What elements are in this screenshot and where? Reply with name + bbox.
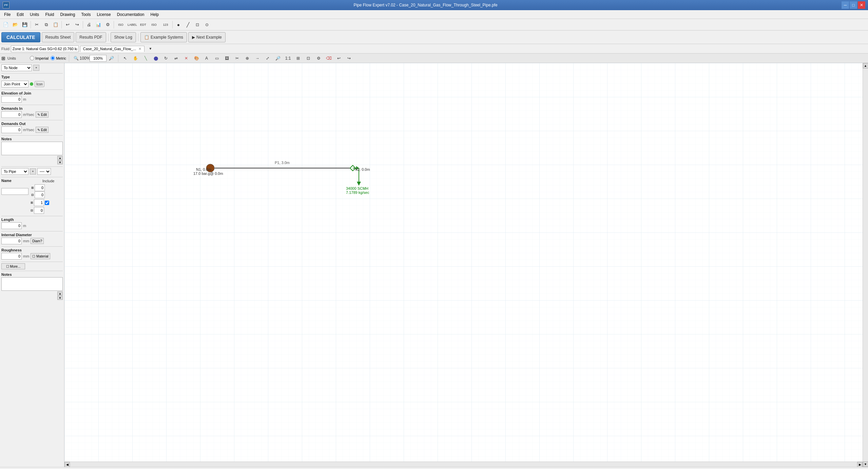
to-pipe-add-button[interactable]: + [30,168,36,175]
to-node-select[interactable]: To Node [1,64,32,71]
menu-file[interactable]: File [1,12,13,18]
select-tool-button[interactable]: ↖ [121,54,129,62]
zoom-fit-button[interactable]: ⤢ [264,54,272,62]
settings-button[interactable]: ⚙ [103,20,112,29]
new-button[interactable]: 📄 [1,20,10,29]
maximize-button[interactable]: □ [850,1,857,9]
erase-button[interactable]: ⌫ [325,54,333,62]
zoom-in-button[interactable]: 🔍 [72,54,80,62]
hscroll-left-button[interactable]: ◀ [64,462,70,467]
menu-drawing[interactable]: Drawing [57,12,78,18]
open-button[interactable]: 📂 [11,20,20,29]
notes2-scroll-up[interactable]: ▲ [57,291,63,295]
metric-radio[interactable] [51,56,55,60]
num-btn[interactable]: 123 [160,20,171,29]
color-button[interactable]: 🎨 [192,54,200,62]
tools2-button[interactable]: ⚙ [314,54,323,62]
edit-btn-tb[interactable]: EDT [138,20,148,29]
cut-button[interactable]: ✂ [32,20,41,29]
menu-fluid[interactable]: Fluid [42,12,57,18]
material-button[interactable]: ☐ Material [31,253,50,259]
print-button[interactable]: 🖨 [84,20,93,29]
draw-tank-btn[interactable]: ⊡ [193,20,202,29]
calculate-button[interactable]: CALCULATE [1,32,40,42]
paste-button[interactable]: 📋 [51,20,60,29]
vscroll-track[interactable] [863,68,868,462]
show-log-button[interactable]: Show Log [111,32,136,42]
demands-out-input[interactable] [1,126,22,133]
include-input4[interactable] [34,207,44,214]
internal-dia-input[interactable] [1,238,22,244]
iso-btn2[interactable]: ISO [149,20,159,29]
elevation-input[interactable] [1,96,22,103]
metric-radio-label[interactable]: Metric [51,56,66,60]
tab-close-icon[interactable]: ✕ [138,47,141,51]
notes1-scroll-down[interactable]: ▼ [57,160,63,164]
notes2-textarea[interactable] [1,277,63,291]
undo-button[interactable]: ↩ [63,20,72,29]
zoom-input[interactable] [90,55,107,62]
tab-item[interactable]: Case_20_Natural_Gas_Flow_... ✕ [80,46,145,52]
to-pipe-select[interactable]: To Pipe [1,168,28,175]
imperial-radio-label[interactable]: Imperial [30,56,49,60]
menu-edit[interactable]: Edit [14,12,26,18]
vscroll-up-button[interactable]: ▲ [863,63,868,68]
notes2-scroll-down[interactable]: ▼ [57,296,63,300]
demands-in-edit-button[interactable]: ✎ Edit [36,111,49,118]
more-button[interactable]: ☐ More... [1,263,25,269]
rect-button[interactable]: ▭ [213,54,221,62]
rotate-button[interactable]: ↻ [162,54,170,62]
include-checkbox[interactable] [45,201,49,205]
menu-units[interactable]: Units [27,12,42,18]
tab-options-button[interactable]: ▼ [146,44,155,53]
iso-btn1[interactable]: ISO [115,20,126,29]
image-button[interactable]: 🖼 [223,54,231,62]
add-pump-button[interactable]: ⊡ [304,54,312,62]
line-style-select[interactable]: ─── [37,168,51,175]
results-pdf-button[interactable]: Results PDF [76,32,106,42]
vscroll-down-button[interactable]: ▼ [863,462,868,467]
flow-button[interactable]: → [253,54,262,62]
results-sheet-button[interactable]: Results Sheet [42,32,75,42]
demands-in-input[interactable] [1,111,22,118]
redo-button[interactable]: ↪ [73,20,81,29]
zoom-region-button[interactable]: 🔎 [274,54,282,62]
include-input1[interactable] [35,184,45,191]
menu-tools[interactable]: Tools [78,12,93,18]
text-button[interactable]: A [202,54,211,62]
add-node2-button[interactable]: ⊞ [294,54,302,62]
label-btn1[interactable]: LABEL [127,20,138,29]
length-input[interactable] [1,222,22,229]
imperial-radio[interactable] [30,56,34,60]
fluid-value-input[interactable] [11,45,79,52]
join-button[interactable]: ⊕ [243,54,251,62]
canvas-area[interactable]: P1, 3.0m N1, 0.0m 17.0 bar.g@ 0.0m N2, 0… [64,63,863,462]
draw-node-btn[interactable]: ● [174,20,183,29]
demands-out-edit-button[interactable]: ✎ Edit [36,127,49,133]
delete-button[interactable]: ✕ [182,54,190,62]
zoom-100-button[interactable]: 1:1 [284,54,292,62]
add-pipe-button[interactable]: ╲ [141,54,150,62]
name-input[interactable] [1,188,28,195]
include-check-label[interactable] [45,201,49,205]
diam-button[interactable]: Diam? [31,238,44,244]
draw-pipe-btn[interactable]: ╱ [184,20,192,29]
close-button[interactable]: ✕ [858,1,865,9]
include-input2[interactable] [35,191,45,198]
notes1-textarea[interactable] [1,142,63,155]
hscroll-track[interactable] [70,462,857,467]
to-node-add-button[interactable]: + [33,65,39,71]
add-node-button[interactable]: ⬤ [152,54,160,62]
zoom-out-button[interactable]: 🔎 [107,54,115,62]
save-button[interactable]: 💾 [20,20,29,29]
report-button[interactable]: 📊 [94,20,103,29]
menu-documentation[interactable]: Documentation [114,12,147,18]
type-select[interactable]: Join Point [1,81,28,87]
menu-help[interactable]: Help [148,12,162,18]
pan-tool-button[interactable]: ✋ [131,54,139,62]
mirror-button[interactable]: ⇌ [172,54,180,62]
menu-license[interactable]: License [94,12,113,18]
hscroll-right-button[interactable]: ▶ [857,462,863,467]
include-input3[interactable] [34,199,44,206]
zoom-percent-button[interactable]: 100% [81,54,89,62]
